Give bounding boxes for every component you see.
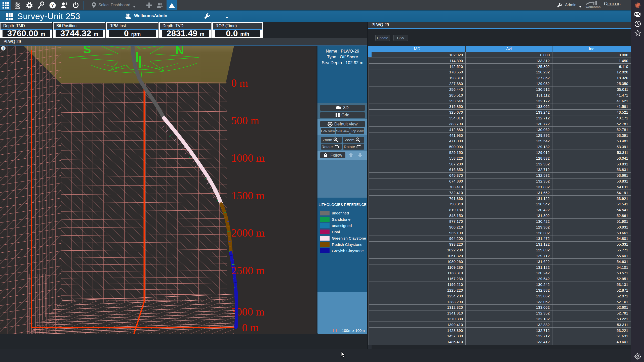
svg-text:wellcoms: wellcoms bbox=[585, 5, 600, 9]
svg-text:EOLOG: EOLOG bbox=[607, 2, 621, 6]
svg-text:2500 m: 2500 m bbox=[231, 264, 265, 277]
svg-text:i: i bbox=[3, 47, 4, 50]
svg-text:1000 m: 1000 m bbox=[231, 152, 265, 164]
svg-text:500 m: 500 m bbox=[231, 114, 259, 127]
svg-text:G: G bbox=[604, 1, 608, 6]
svg-text:1500 m: 1500 m bbox=[231, 190, 265, 202]
svg-text:0 m: 0 m bbox=[242, 322, 259, 334]
svg-text:?: ? bbox=[51, 3, 54, 8]
svg-text:N: N bbox=[175, 46, 184, 57]
svg-text:2000 m: 2000 m bbox=[231, 227, 265, 239]
svg-text:S: S bbox=[83, 46, 91, 56]
svg-text:0 m: 0 m bbox=[231, 77, 248, 89]
